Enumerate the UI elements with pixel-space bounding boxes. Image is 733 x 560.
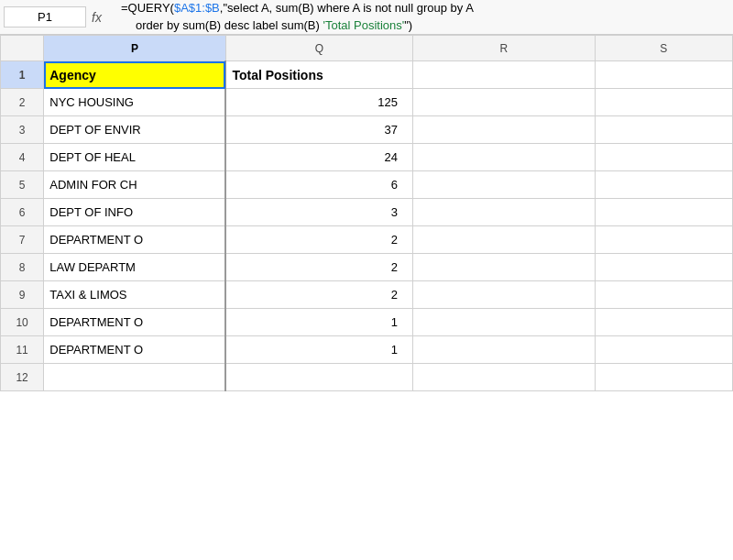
table-row: 12 [1, 364, 733, 391]
total-positions-data-cell[interactable] [225, 364, 412, 391]
col-R-cell[interactable] [412, 226, 595, 254]
col-S-cell[interactable] [595, 116, 732, 144]
cell-reference-box[interactable]: P1 [4, 6, 86, 27]
agency-data-cell[interactable]: DEPT OF INFO [44, 199, 226, 226]
col-S-cell[interactable] [595, 281, 732, 309]
table-row: 7DEPARTMENT O2 [1, 226, 733, 254]
spreadsheet-grid: P Q R S 1AgencyTotal Positions2NYC HOUSI… [0, 35, 733, 391]
formula-bar: P1 fx =QUERY($A$1:$B,"select A, sum(B) w… [0, 0, 733, 35]
table-row: 10DEPARTMENT O1 [1, 309, 733, 336]
total-positions-data-cell[interactable]: 37 [225, 116, 412, 144]
col-R-cell[interactable] [412, 199, 595, 226]
col-S-cell[interactable] [595, 199, 732, 226]
col-R-cell[interactable] [412, 171, 595, 199]
table-row: 2NYC HOUSING125 [1, 89, 733, 116]
formula-input[interactable]: =QUERY($A$1:$B,"select A, sum(B) where A… [117, 0, 729, 36]
total-positions-header-cell[interactable]: Total Positions [225, 61, 412, 89]
row-number: 10 [1, 309, 44, 336]
formula-line1: =QUERY($A$1:$B,"select A, sum(B) where A… [121, 1, 474, 15]
col-R-cell[interactable] [412, 281, 595, 309]
col-R-cell[interactable] [412, 116, 595, 144]
col-R-cell[interactable] [412, 89, 595, 116]
table-row: 5ADMIN FOR CH6 [1, 171, 733, 199]
table-row: 9TAXI & LIMOS2 [1, 281, 733, 309]
total-positions-data-cell[interactable]: 125 [225, 89, 412, 116]
col-header-S[interactable]: S [595, 36, 732, 61]
agency-data-cell[interactable]: DEPARTMENT O [44, 309, 226, 336]
total-positions-data-cell[interactable]: 1 [225, 336, 412, 364]
agency-data-cell[interactable]: ADMIN FOR CH [44, 171, 226, 199]
col-S-cell[interactable] [595, 364, 732, 391]
col-S-cell[interactable] [595, 309, 732, 336]
col-S-cell[interactable] [595, 61, 732, 89]
total-positions-data-cell[interactable]: 3 [225, 199, 412, 226]
col-R-cell[interactable] [412, 254, 595, 281]
row-number: 7 [1, 226, 44, 254]
row-number: 8 [1, 254, 44, 281]
row-number: 2 [1, 89, 44, 116]
total-positions-data-cell[interactable]: 24 [225, 144, 412, 171]
row-number: 4 [1, 144, 44, 171]
col-R-cell[interactable] [412, 309, 595, 336]
corner-cell [1, 36, 44, 61]
row-number: 9 [1, 281, 44, 309]
total-positions-data-cell[interactable]: 2 [225, 254, 412, 281]
row-number: 3 [1, 116, 44, 144]
row-number: 12 [1, 364, 44, 391]
table-row: 8LAW DEPARTM2 [1, 254, 733, 281]
agency-data-cell[interactable]: DEPT OF HEAL [44, 144, 226, 171]
agency-header-cell[interactable]: Agency [44, 61, 226, 89]
fx-icon: fx [92, 10, 110, 25]
table-row: 4DEPT OF HEAL24 [1, 144, 733, 171]
formula-line2: order by sum(B) desc label sum(B) 'Total… [121, 17, 726, 34]
col-S-cell[interactable] [595, 336, 732, 364]
agency-data-cell[interactable] [44, 364, 226, 391]
agency-data-cell[interactable]: DEPARTMENT O [44, 226, 226, 254]
agency-data-cell[interactable]: DEPT OF ENVIR [44, 116, 226, 144]
col-header-R[interactable]: R [412, 36, 595, 61]
table-row: 6DEPT OF INFO3 [1, 199, 733, 226]
row-number: 6 [1, 199, 44, 226]
table-row: 1AgencyTotal Positions [1, 61, 733, 89]
agency-data-cell[interactable]: NYC HOUSING [44, 89, 226, 116]
column-header-row: P Q R S [1, 36, 733, 61]
col-S-cell[interactable] [595, 89, 732, 116]
row-number: 5 [1, 171, 44, 199]
col-R-cell[interactable] [412, 144, 595, 171]
col-header-P[interactable]: P [44, 36, 226, 61]
agency-data-cell[interactable]: LAW DEPARTM [44, 254, 226, 281]
total-positions-data-cell[interactable]: 2 [225, 226, 412, 254]
total-positions-data-cell[interactable]: 6 [225, 171, 412, 199]
col-S-cell[interactable] [595, 254, 732, 281]
row-number: 11 [1, 336, 44, 364]
col-R-cell[interactable] [412, 61, 595, 89]
col-R-cell[interactable] [412, 336, 595, 364]
table-row: 11DEPARTMENT O1 [1, 336, 733, 364]
total-positions-data-cell[interactable]: 1 [225, 309, 412, 336]
col-R-cell[interactable] [412, 364, 595, 391]
table-row: 3DEPT OF ENVIR37 [1, 116, 733, 144]
total-positions-data-cell[interactable]: 2 [225, 281, 412, 309]
col-S-cell[interactable] [595, 144, 732, 171]
agency-data-cell[interactable]: TAXI & LIMOS [44, 281, 226, 309]
agency-data-cell[interactable]: DEPARTMENT O [44, 336, 226, 364]
col-S-cell[interactable] [595, 171, 732, 199]
col-header-Q[interactable]: Q [225, 36, 412, 61]
row-number: 1 [1, 61, 44, 89]
col-S-cell[interactable] [595, 226, 732, 254]
